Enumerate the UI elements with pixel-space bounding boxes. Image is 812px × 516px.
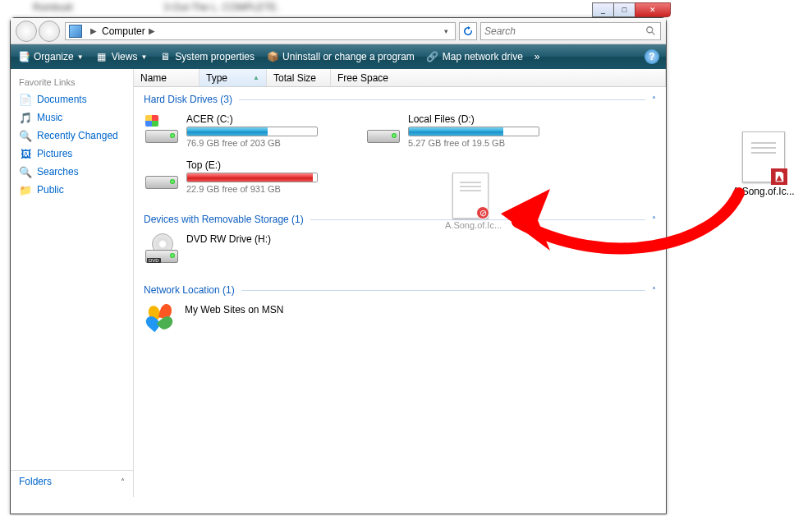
sidebar-item-recently-changed[interactable]: 🔍Recently Changed — [11, 127, 133, 145]
sidebar-item-documents[interactable]: 📄Documents — [11, 90, 133, 108]
sort-asc-icon: ▲ — [253, 74, 259, 81]
favorites-sidebar: Favorite Links 📄Documents 🎵Music 🔍Recent… — [11, 69, 134, 497]
col-free-space[interactable]: Free Space — [331, 69, 666, 86]
column-headers: Name Type▲ Total Size Free Space — [134, 69, 666, 87]
sidebar-item-music[interactable]: 🎵Music — [11, 108, 133, 127]
dvd-drive[interactable]: DVD DVD RW Drive (H:) — [144, 232, 365, 266]
drive-free-text: 76.9 GB free of 203 GB — [186, 138, 318, 148]
drive-e[interactable]: Top (E:) 22.9 GB free of 931 GB — [144, 158, 365, 196]
group-header-removable[interactable]: Devices with Removable Storage (1)˄ — [144, 214, 656, 225]
close-button[interactable]: ✕ — [635, 2, 671, 17]
drive-free-text: 5.27 GB free of 19.5 GB — [408, 138, 539, 148]
minimize-button[interactable]: _ — [592, 2, 614, 17]
uninstall-icon: 📦 — [266, 50, 279, 63]
drive-label: ACER (C:) — [186, 113, 318, 125]
favorites-header: Favorite Links — [11, 74, 133, 90]
chevron-up-icon: ˄ — [121, 477, 125, 486]
toolbar-overflow[interactable]: » — [534, 51, 540, 62]
maximize-button[interactable]: □ — [613, 2, 635, 17]
organize-icon: 📑 — [17, 50, 30, 63]
views-icon: ▦ — [95, 50, 108, 63]
hdd-icon — [145, 113, 180, 145]
pdf-badge-icon — [771, 168, 787, 185]
map-drive-button[interactable]: 🔗 Map network drive — [426, 50, 523, 63]
drive-label: Top (E:) — [186, 159, 318, 171]
desktop-file-pdf[interactable]: A.Song.of.Ic... — [730, 131, 797, 197]
folders-toggle[interactable]: Folders˄ — [11, 470, 133, 492]
system-properties-button[interactable]: 🖥 System properties — [158, 50, 255, 63]
drive-label: DVD RW Drive (H:) — [186, 233, 271, 245]
computer-icon — [69, 25, 82, 38]
chevron-up-icon: ˄ — [652, 95, 656, 104]
group-removable-storage: Devices with Removable Storage (1)˄ DVD … — [134, 207, 666, 278]
svg-line-1 — [652, 31, 655, 35]
explorer-window: ▶ Computer ▶ ▾ 📑 Organize▼ ▦ Views▼ 🖥 Sy… — [10, 17, 667, 514]
col-type[interactable]: Type▲ — [200, 69, 267, 86]
nav-bar: ▶ Computer ▶ ▾ — [11, 18, 666, 44]
dvd-icon: DVD — [145, 233, 180, 265]
msn-butterfly-icon — [145, 304, 178, 330]
desktop-filename: A.Song.of.Ic... — [730, 186, 797, 197]
hdd-icon — [145, 159, 180, 191]
usage-bar — [186, 173, 318, 182]
msn-location[interactable]: My Web Sites on MSN — [144, 302, 365, 332]
svg-point-0 — [647, 26, 653, 32]
usage-bar — [186, 127, 318, 136]
group-header-network[interactable]: Network Location (1)˄ — [144, 284, 656, 296]
hdd-icon — [367, 113, 401, 145]
file-page-icon — [742, 131, 785, 182]
addr-arrow: ▶ — [90, 26, 97, 35]
help-button[interactable]: ? — [645, 49, 659, 64]
refresh-button[interactable] — [459, 22, 477, 40]
public-icon: 📁 — [19, 183, 32, 196]
sidebar-item-searches[interactable]: 🔍Searches — [11, 163, 133, 181]
drive-label: Local Files (D:) — [408, 113, 539, 125]
drive-c[interactable]: ACER (C:) 76.9 GB free of 203 GB — [144, 112, 365, 150]
drive-free-text: 22.9 GB free of 931 GB — [186, 184, 318, 194]
col-name[interactable]: Name — [134, 69, 200, 86]
sidebar-item-public[interactable]: 📁Public — [11, 181, 133, 199]
search-input[interactable] — [484, 25, 645, 37]
usage-bar — [408, 127, 539, 136]
search-box[interactable] — [480, 22, 661, 40]
sysprops-icon: 🖥 — [158, 50, 172, 63]
mapdrive-icon: 🔗 — [426, 50, 439, 63]
recent-icon: 🔍 — [19, 129, 32, 142]
searches-icon: 🔍 — [19, 165, 32, 178]
group-header-hdd[interactable]: Hard Disk Drives (3)˄ — [144, 94, 656, 105]
pictures-icon: 🖼 — [19, 147, 32, 160]
group-hard-disk-drives: Hard Disk Drives (3)˄ ACER (C:) 76.9 GB … — [134, 87, 666, 207]
refresh-icon — [463, 26, 473, 36]
music-icon: 🎵 — [19, 111, 32, 124]
back-button[interactable] — [16, 21, 37, 42]
views-menu[interactable]: ▦ Views▼ — [95, 50, 148, 63]
windows-flag-icon — [145, 115, 158, 127]
documents-icon: 📄 — [19, 93, 32, 106]
chevron-up-icon: ˄ — [652, 286, 656, 295]
group-network-location: Network Location (1)˄ My Web Sites on MS… — [134, 278, 666, 343]
uninstall-button[interactable]: 📦 Uninstall or change a program — [266, 50, 415, 63]
search-icon — [645, 25, 657, 37]
sidebar-item-pictures[interactable]: 🖼Pictures — [11, 145, 133, 163]
forward-button[interactable] — [39, 21, 60, 42]
address-text: Computer — [102, 25, 145, 37]
content-pane: Name Type▲ Total Size Free Space Hard Di… — [134, 69, 666, 497]
addr-arrow-2: ▶ — [149, 26, 155, 35]
command-bar: 📑 Organize▼ ▦ Views▼ 🖥 System properties… — [11, 44, 666, 69]
drive-d[interactable]: Local Files (D:) 5.27 GB free of 19.5 GB — [365, 112, 587, 150]
address-bar[interactable]: ▶ Computer ▶ ▾ — [65, 22, 456, 40]
col-total-size[interactable]: Total Size — [267, 69, 331, 86]
chevron-up-icon: ˄ — [652, 215, 656, 224]
location-label: My Web Sites on MSN — [185, 304, 283, 316]
organize-menu[interactable]: 📑 Organize▼ — [17, 50, 84, 63]
address-dropdown[interactable]: ▾ — [441, 27, 452, 35]
